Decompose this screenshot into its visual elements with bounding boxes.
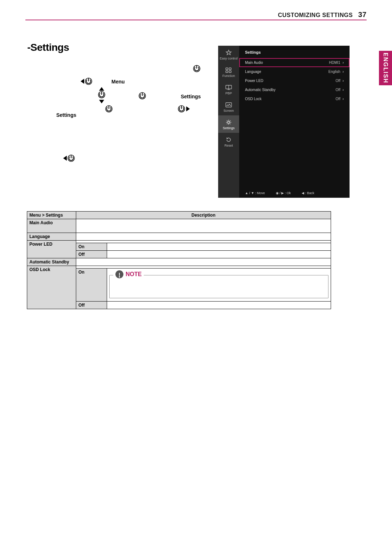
- note-box: ! NOTE: [109, 275, 328, 298]
- row-auto-standby-desc: [76, 258, 331, 266]
- th-menu: Menu > Settings: [27, 212, 76, 219]
- osd-row-value: Off: [336, 97, 340, 101]
- sidebar-item-label: Easy control: [220, 57, 238, 60]
- arrow-down-icon: [99, 100, 104, 103]
- osd-row-power-led[interactable]: Power LED Off›: [239, 76, 350, 85]
- sidebar-item-function[interactable]: Function: [218, 63, 239, 81]
- row-osd-lock-off-label: Off: [76, 302, 107, 309]
- osd-row-osd-lock[interactable]: OSD Lock Off›: [239, 94, 350, 103]
- footer-move: ▲ / ▼ : Move: [245, 191, 265, 195]
- sidebar-item-label: Function: [222, 74, 235, 78]
- chevron-right-icon: ›: [343, 88, 344, 92]
- power-icon: [67, 154, 75, 162]
- sidebar-item-settings[interactable]: Settings: [218, 115, 239, 133]
- arrow-left-icon: [81, 79, 84, 84]
- row-main-audio-desc: [76, 219, 331, 233]
- osd-row-language[interactable]: Language English›: [239, 67, 350, 76]
- arrow-right-icon: [186, 106, 190, 111]
- th-description: Description: [76, 212, 331, 219]
- page-number: 37: [358, 11, 367, 19]
- svg-rect-3: [226, 71, 228, 73]
- section-title: -Settings: [27, 42, 69, 53]
- power-icon: [85, 77, 93, 85]
- row-power-led-label: Power LED: [27, 241, 76, 258]
- row-power-led-off-desc: [107, 251, 331, 258]
- row-power-led-desc: [76, 241, 331, 243]
- row-osd-lock-desc: [76, 266, 331, 269]
- osd-row-auto-standby[interactable]: Automatic Standby Off›: [239, 85, 350, 94]
- row-language-label: Language: [27, 233, 76, 241]
- osd-row-value: Off: [336, 88, 340, 92]
- floater-settings-left: Settings: [56, 112, 76, 118]
- svg-rect-4: [229, 71, 231, 73]
- row-osd-lock-on-desc: ! NOTE: [107, 269, 331, 302]
- osd-panel: Easy control Function PBP Screen Setting…: [218, 46, 350, 198]
- row-power-led-off-label: Off: [76, 251, 107, 258]
- osd-row-label: OSD Lock: [245, 97, 262, 101]
- arrow-up-icon: [99, 87, 104, 91]
- row-auto-standby-label: Automatic Standby: [27, 258, 76, 266]
- floater-settings-right: Settings: [181, 94, 201, 99]
- svg-point-9: [228, 121, 230, 123]
- osd-row-main-audio[interactable]: Main Audio HDMI1›: [239, 58, 350, 67]
- osd-title: Settings: [239, 46, 350, 58]
- osd-row-label: Automatic Standby: [245, 88, 275, 92]
- footer-back: ◀ : Back: [302, 191, 314, 195]
- arrow-left-icon: [63, 156, 67, 161]
- sidebar-item-label: Settings: [223, 126, 235, 130]
- floater-menu: Menu: [111, 79, 125, 85]
- row-language-desc: [76, 233, 331, 241]
- power-icon: [98, 91, 106, 99]
- footer-ok: ◉ / ▶ : Ok: [276, 191, 291, 195]
- row-osd-lock-on-label: On: [76, 269, 107, 302]
- row-power-led-on-desc: [107, 243, 331, 251]
- language-tab: ENGLISH: [379, 51, 392, 85]
- svg-rect-1: [226, 68, 228, 70]
- power-icon: [177, 105, 185, 113]
- osd-row-value: Off: [336, 79, 340, 83]
- sidebar-item-screen[interactable]: Screen: [218, 98, 239, 115]
- sidebar-item-label: PBP: [225, 91, 232, 95]
- chevron-right-icon: ›: [343, 70, 344, 74]
- osd-sidebar: Easy control Function PBP Screen Setting…: [218, 46, 239, 198]
- chevron-right-icon: ›: [343, 97, 344, 101]
- row-power-led-on-label: On: [76, 243, 107, 251]
- osd-footer: ▲ / ▼ : Move ◉ / ▶ : Ok ◀ : Back: [245, 191, 344, 195]
- power-icon: [105, 105, 113, 113]
- osd-row-value: English: [328, 70, 340, 74]
- power-icon: [138, 92, 146, 100]
- page-header: CUSTOMIZING SETTINGS 37: [25, 11, 367, 19]
- chevron-right-icon: ›: [343, 79, 344, 83]
- row-osd-lock-label: OSD Lock: [27, 266, 76, 309]
- sidebar-item-easy-control[interactable]: Easy control: [218, 46, 239, 63]
- osd-row-value: HDMI1: [329, 61, 340, 65]
- row-main-audio-label: Main Audio: [27, 219, 76, 233]
- sidebar-item-reset[interactable]: Reset: [218, 133, 239, 150]
- note-badge: ! NOTE: [113, 270, 144, 278]
- osd-row-label: Main Audio: [245, 61, 263, 65]
- sidebar-item-label: Reset: [224, 144, 233, 147]
- settings-description-table: Menu > Settings Description Main Audio L…: [27, 211, 331, 309]
- power-icon: [193, 65, 201, 73]
- osd-main: Settings Main Audio HDMI1› Language Engl…: [239, 46, 350, 198]
- note-label: NOTE: [126, 271, 142, 278]
- header-rule: [25, 20, 367, 20]
- row-osd-lock-off-desc: [107, 302, 331, 309]
- osd-row-label: Power LED: [245, 79, 264, 83]
- chevron-right-icon: ›: [343, 61, 344, 65]
- osd-row-label: Language: [245, 70, 261, 74]
- section-name: CUSTOMIZING SETTINGS: [278, 12, 353, 18]
- sidebar-item-label: Screen: [224, 109, 234, 112]
- svg-rect-2: [229, 68, 231, 70]
- note-icon: !: [115, 270, 123, 278]
- sidebar-item-pbp[interactable]: PBP: [218, 81, 239, 98]
